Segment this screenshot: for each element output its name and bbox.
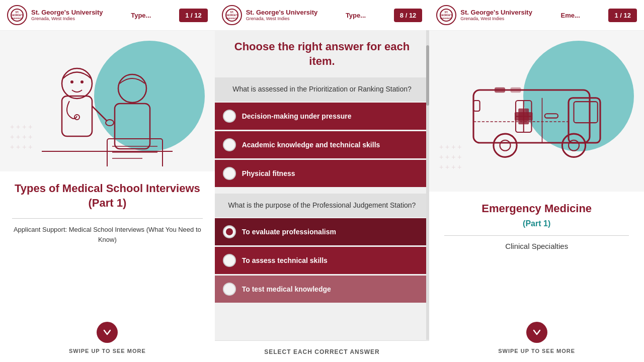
right-university-name: St. George's University (460, 9, 532, 17)
left-subtitle: Applicant Support: Medical School Interv… (12, 225, 203, 244)
middle-logo: ST. GEORGE'S UNIVERSITY St. George's Uni… (222, 5, 318, 25)
svg-point-9 (70, 80, 73, 83)
left-counter: 1 / 12 (179, 9, 208, 22)
middle-tag: Type... (317, 12, 394, 19)
svg-point-45 (569, 140, 579, 151)
answer-1-3-button[interactable]: Physical fitness (215, 160, 430, 187)
ambulance-svg (451, 58, 622, 164)
middle-logo-icon: ST. GEORGE'S UNIVERSITY (222, 5, 242, 25)
left-illustration: + + + + + + + + + + + + (0, 31, 215, 171)
svg-point-43 (500, 140, 510, 151)
svg-rect-38 (515, 112, 533, 121)
question-1-text: What is assessed in the Prioritization o… (224, 84, 421, 95)
middle-logo-text: St. George's University Grenada, West In… (246, 9, 318, 22)
question-2-text: What is the purpose of the Professional … (224, 201, 421, 211)
answer-2-1-label: To evaluate professionalism (242, 228, 336, 236)
question-2-block: What is the purpose of the Professional … (215, 194, 430, 218)
svg-point-10 (80, 80, 84, 83)
svg-text:ST.: ST. (15, 11, 19, 14)
left-divider (12, 218, 203, 219)
middle-content[interactable]: Choose the right answer for each item. W… (215, 31, 430, 340)
middle-university-name: St. George's University (246, 9, 318, 17)
svg-text:UNIVERSITY: UNIVERSITY (226, 17, 238, 20)
answer-1-1-label: Decision-making under pressure (242, 112, 352, 120)
svg-rect-14 (115, 104, 150, 149)
svg-text:GEORGE'S: GEORGE'S (11, 14, 23, 17)
answer-1-1-button[interactable]: Decision-making under pressure (215, 103, 430, 130)
svg-text:UNIVERSITY: UNIVERSITY (440, 17, 452, 20)
right-clinical: Clinical Specialties (505, 242, 568, 250)
middle-university-location: Grenada, West Indies (246, 16, 318, 22)
answer-1-2-label: Academic knowledge and technical skills (242, 141, 380, 149)
svg-text:GEORGE'S: GEORGE'S (440, 14, 452, 17)
svg-text:+ + + +: + + + + (10, 123, 32, 131)
quiz-header: Choose the right answer for each item. (215, 31, 430, 77)
right-logo: ST. GEORGE'S UNIVERSITY St. George's Uni… (436, 5, 532, 25)
left-logo: ST. GEORGE'S UNIVERSITY St. George's Uni… (7, 5, 103, 25)
answer-1-3-label: Physical fitness (242, 169, 295, 177)
chevron-down-icon (532, 328, 541, 337)
svg-text:+ + + +: + + + + (10, 143, 32, 151)
answer-1-2-button[interactable]: Academic knowledge and technical skills (215, 131, 430, 158)
middle-counter: 8 / 12 (394, 9, 423, 22)
answer-2-2-label: To assess technical skills (242, 256, 328, 264)
left-tag: Type... (103, 12, 180, 19)
right-divider (444, 235, 629, 236)
left-swipe-button[interactable] (97, 322, 118, 343)
svg-rect-33 (574, 102, 597, 123)
right-logo-icon: ST. GEORGE'S UNIVERSITY (436, 5, 456, 25)
svg-rect-48 (473, 101, 480, 111)
select-label: SELECT EACH CORRECT ANSWER (264, 348, 380, 355)
svg-text:GEORGE'S: GEORGE'S (226, 14, 238, 17)
right-counter: 1 / 12 (608, 9, 637, 22)
svg-text:+ + + +: + + + + (439, 163, 461, 171)
middle-header: ST. GEORGE'S UNIVERSITY St. George's Uni… (215, 0, 430, 31)
middle-panel: ST. GEORGE'S UNIVERSITY St. George's Uni… (215, 0, 430, 362)
svg-text:ST.: ST. (230, 11, 234, 14)
svg-rect-40 (495, 87, 505, 93)
left-university-location: Grenada, West Indies (31, 16, 103, 22)
right-university-location: Grenada, West Indies (460, 16, 532, 22)
answer-2-3-label: To test medical knowledge (242, 285, 331, 293)
right-panel: ST. GEORGE'S UNIVERSITY St. George's Uni… (429, 0, 644, 362)
svg-point-8 (62, 68, 92, 99)
chevron-down-icon (103, 328, 112, 337)
svg-text:UNIVERSITY: UNIVERSITY (11, 17, 23, 20)
right-tag: Eme... (532, 12, 609, 19)
right-swipe-button[interactable] (526, 322, 547, 343)
ambulance-illustration: + + + + + + + + + + + + (429, 31, 644, 192)
right-main-title: Emergency Medicine (481, 202, 592, 216)
left-panel: ST. GEORGE'S UNIVERSITY St. George's Uni… (0, 0, 215, 362)
answer-2-1-button[interactable]: To evaluate professionalism (215, 218, 430, 245)
left-logo-text: St. George's University Grenada, West In… (31, 9, 103, 22)
quiz-title: Choose the right answer for each item. (225, 40, 420, 68)
svg-point-12 (106, 120, 114, 126)
svg-text:ST.: ST. (445, 11, 449, 14)
right-body: Emergency Medicine (Part 1) Clinical Spe… (429, 192, 644, 314)
question-gap (215, 189, 430, 194)
right-bottom: SWIPE UP TO SEE MORE (429, 314, 644, 362)
radio-2-3 (223, 283, 236, 296)
left-logo-icon: ST. GEORGE'S UNIVERSITY (7, 5, 27, 25)
radio-1-2 (223, 138, 236, 151)
radio-2-2 (223, 254, 236, 267)
right-header: ST. GEORGE'S UNIVERSITY St. George's Uni… (429, 0, 644, 31)
left-header: ST. GEORGE'S UNIVERSITY St. George's Uni… (0, 0, 215, 31)
radio-1-3 (223, 167, 236, 180)
answer-2-2-button[interactable]: To assess technical skills (215, 247, 430, 274)
answer-2-3-button[interactable]: To test medical knowledge (215, 276, 430, 303)
question-1-block: What is assessed in the Prioritization o… (215, 77, 430, 102)
radio-1-1 (223, 110, 236, 123)
svg-rect-46 (544, 114, 557, 118)
left-university-name: St. George's University (31, 9, 103, 17)
radio-2-1 (223, 225, 236, 238)
svg-rect-41 (510, 87, 521, 93)
middle-bottom-bar: SELECT EACH CORRECT ANSWER (215, 340, 430, 362)
left-swipe-label: SWIPE UP TO SEE MORE (69, 348, 146, 354)
svg-point-44 (562, 134, 585, 157)
left-main-title: Types of Medical School Interviews (Part… (12, 182, 203, 210)
svg-text:+ + + +: + + + + (10, 133, 32, 141)
left-body: Types of Medical School Interviews (Part… (0, 171, 215, 314)
svg-point-42 (494, 134, 517, 157)
doctor-illustration (37, 36, 178, 166)
